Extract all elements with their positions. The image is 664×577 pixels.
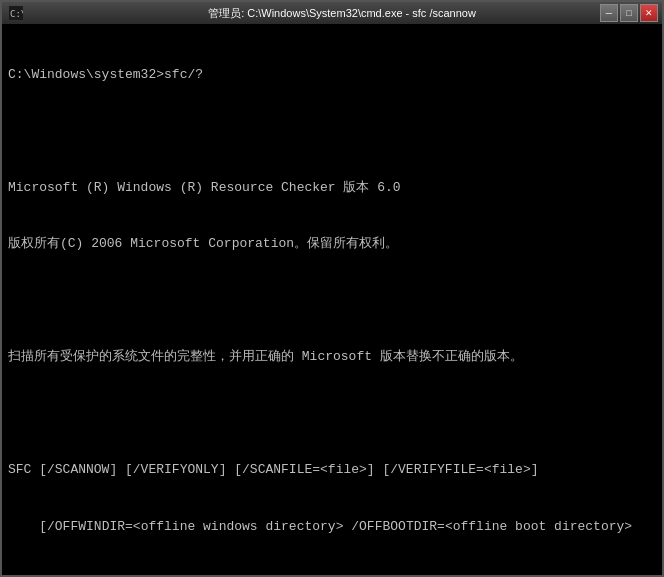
info-line-3: 扫描所有受保护的系统文件的完整性，并用正确的 Microsoft 版本替换不正确… (8, 348, 656, 367)
console-body: C:\Windows\system32>sfc/? Microsoft (R) … (2, 24, 662, 575)
info-line-1: Microsoft (R) Windows (R) Resource Check… (8, 179, 656, 198)
blank-line-3 (8, 405, 656, 424)
maximize-button[interactable]: □ (620, 4, 638, 22)
prompt-line-1: C:\Windows\system32>sfc/? (8, 66, 656, 85)
minimize-button[interactable]: ─ (600, 4, 618, 22)
svg-text:C:\: C:\ (10, 9, 23, 19)
usage-line-1: SFC [/SCANNOW] [/VERIFYONLY] [/SCANFILE=… (8, 461, 656, 480)
info-line-2: 版权所有(C) 2006 Microsoft Corporation。保留所有权… (8, 235, 656, 254)
usage-line-2: [/OFFWINDIR=<offline windows directory> … (8, 518, 656, 537)
title-bar-buttons: ─ □ ✕ (600, 4, 658, 22)
blank-line-1 (8, 122, 656, 141)
title-bar: C:\ 管理员: C:\Windows\System32\cmd.exe - s… (2, 2, 662, 24)
close-button[interactable]: ✕ (640, 4, 658, 22)
window: C:\ 管理员: C:\Windows\System32\cmd.exe - s… (0, 0, 664, 577)
usage-line-3: ] (8, 574, 656, 575)
blank-line-2 (8, 292, 656, 311)
title-bar-text: 管理员: C:\Windows\System32\cmd.exe - sfc /… (28, 6, 656, 21)
cmd-icon: C:\ (8, 5, 24, 21)
